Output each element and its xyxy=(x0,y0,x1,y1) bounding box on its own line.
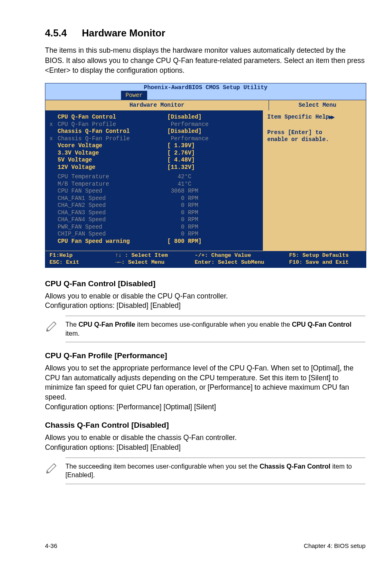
footer-key: ESC: Exit xyxy=(49,259,115,266)
row-label: CHIP_FAN Speed xyxy=(58,231,167,238)
body-text: Configuration options: [Disabled] [Enabl… xyxy=(45,301,365,311)
subheading-cpu-qfan-control: CPU Q-Fan Control [Disabled] xyxy=(45,279,365,288)
footer-key: -/+: Change Value xyxy=(195,252,289,259)
bios-setting-row: Vcore Voltage[ 1.39V] xyxy=(45,142,263,150)
row-value: [Disabled] xyxy=(167,114,259,121)
page-number: 4-36 xyxy=(45,542,57,549)
bios-setting-row: 5V Voltage[ 4.48V] xyxy=(45,157,263,164)
row-value: 42°C xyxy=(167,173,259,181)
row-value: 0 RPM xyxy=(167,195,259,202)
bios-setting-row: 3.3V Voltage[ 2.76V] xyxy=(45,150,263,157)
row-label: CPU Q-Fan Profile xyxy=(58,121,167,128)
bios-title: Phoenix-AwardBIOS CMOS Setup Utility xyxy=(144,84,267,91)
bios-left-header: Hardware Monitor xyxy=(45,100,269,111)
row-label: Chassis Q-Fan Control xyxy=(58,128,167,135)
note-box: The succeeding item becomes user-configu… xyxy=(45,458,365,484)
row-value: [Disabled] xyxy=(167,128,259,135)
row-value: [ 2.76V] xyxy=(167,150,259,157)
help-arrows-icon: ▶▶ xyxy=(329,114,333,119)
row-prefix xyxy=(49,224,58,231)
pencil-icon xyxy=(45,316,65,342)
pencil-icon xyxy=(45,458,65,484)
section-title: Hardware Monitor xyxy=(82,27,165,38)
bios-help-line1: Press [Enter] to xyxy=(267,129,362,137)
row-value: 41°C xyxy=(167,181,259,188)
page-footer: 4-36 Chapter 4: BIOS setup xyxy=(0,542,390,561)
bios-column-headers: Hardware Monitor Select Menu xyxy=(45,100,366,111)
section-heading: 4.5.4 Hardware Monitor xyxy=(45,25,365,40)
bios-setting-row: xCPU Q-Fan Profile Performance xyxy=(45,121,263,128)
row-prefix xyxy=(49,209,58,217)
footer-key: Enter: Select SubMenu xyxy=(195,259,289,266)
row-value: 0 RPM xyxy=(167,231,259,238)
row-prefix xyxy=(49,195,58,202)
bios-setting-row: CHA_FAN1 Speed 0 RPM xyxy=(45,195,263,202)
bios-setting-row: CHA_FAN4 Speed 0 RPM xyxy=(45,216,263,224)
row-label: 12V Voltage xyxy=(58,164,167,171)
row-label: Chassis Q-Fan Profile xyxy=(58,135,167,143)
body-text: Configuration options: [Performance] [Op… xyxy=(45,402,365,412)
bios-footer-keys: F1:Help ESC: Exit ↑↓ : Select Item →←: S… xyxy=(45,251,366,267)
row-prefix xyxy=(49,238,58,245)
body-text: Allows you to enable or disable the chas… xyxy=(45,433,365,443)
bios-setting-row: PWR_FAN Speed 0 RPM xyxy=(45,224,263,231)
row-value: 0 RPM xyxy=(167,209,259,217)
row-label: 5V Voltage xyxy=(58,157,167,164)
bios-help-pane: Item Specific Help▶▶ Press [Enter] to en… xyxy=(263,110,366,251)
row-prefix xyxy=(49,181,58,188)
section-number: 4.5.4 xyxy=(45,27,67,38)
row-prefix xyxy=(49,216,58,224)
row-prefix xyxy=(49,128,58,135)
subheading-chassis-qfan-control: Chassis Q-Fan Control [Disabled] xyxy=(45,421,365,430)
bios-setting-row: CPU Fan Speed warning[ 800 RPM] xyxy=(45,238,263,245)
row-label: CPU FAN Speed xyxy=(58,188,167,195)
footer-key: F10: Save and Exit xyxy=(289,259,362,266)
row-label: CHA_FAN3 Speed xyxy=(58,209,167,217)
footer-key: →←: Select Menu xyxy=(115,259,195,266)
bios-setting-row: CPU Q-Fan Control[Disabled] xyxy=(45,114,263,121)
row-value: 0 RPM xyxy=(167,202,259,209)
row-prefix xyxy=(49,202,58,209)
row-label: PWR_FAN Speed xyxy=(58,224,167,231)
row-value: [ 800 RPM] xyxy=(167,238,259,245)
bios-setting-row: 12V Voltage[11.32V] xyxy=(45,164,263,171)
bios-help-title: Item Specific Help xyxy=(267,114,329,120)
row-label: M/B Temperature xyxy=(58,181,167,188)
row-value: 0 RPM xyxy=(167,216,259,224)
row-prefix xyxy=(49,142,58,150)
bios-screenshot: Phoenix-AwardBIOS CMOS Setup Utility Pow… xyxy=(45,83,366,268)
row-prefix xyxy=(49,173,58,181)
row-label: 3.3V Voltage xyxy=(58,150,167,157)
body-text: Configuration options: [Disabled] [Enabl… xyxy=(45,443,365,453)
footer-key: F1:Help xyxy=(49,252,115,259)
bios-tab-power: Power xyxy=(121,91,147,100)
row-label: Vcore Voltage xyxy=(58,142,167,150)
row-value: [11.32V] xyxy=(167,164,259,171)
row-label: CHA_FAN1 Speed xyxy=(58,195,167,202)
note-box: The CPU Q-Fan Profile item becomes use-c… xyxy=(45,316,365,342)
bios-settings-pane: CPU Q-Fan Control[Disabled]xCPU Q-Fan Pr… xyxy=(45,110,263,251)
bios-setting-row: CPU FAN Speed 3068 RPM xyxy=(45,188,263,195)
chapter-label: Chapter 4: BIOS setup xyxy=(304,542,365,549)
row-value: 0 RPM xyxy=(167,224,259,231)
body-text: Allows you to enable or disable the CPU … xyxy=(45,292,365,301)
footer-key: F5: Setup Defaults xyxy=(289,252,362,259)
row-prefix: x xyxy=(49,135,58,143)
row-label: CHA_FAN4 Speed xyxy=(58,216,167,224)
bios-setting-row: xChassis Q-Fan Profile Performance xyxy=(45,135,263,143)
bios-setting-row: CHA_FAN3 Speed 0 RPM xyxy=(45,209,263,217)
note-text: The CPU Q-Fan Profile item becomes use-c… xyxy=(65,316,365,342)
row-prefix xyxy=(49,150,58,157)
row-prefix xyxy=(49,164,58,171)
bios-help-line2: enable or disable. xyxy=(267,136,362,144)
row-prefix xyxy=(49,114,58,121)
bios-title-bar: Phoenix-AwardBIOS CMOS Setup Utility Pow… xyxy=(45,83,366,100)
row-value: Performance xyxy=(167,135,259,143)
row-prefix xyxy=(49,157,58,164)
bios-setting-row: CHIP_FAN Speed 0 RPM xyxy=(45,231,263,238)
row-label: CPU Fan Speed warning xyxy=(58,238,167,245)
row-label: CPU Temperature xyxy=(58,173,167,181)
row-value: Performance xyxy=(167,121,259,128)
row-label: CHA_FAN2 Speed xyxy=(58,202,167,209)
row-prefix: x xyxy=(49,121,58,128)
